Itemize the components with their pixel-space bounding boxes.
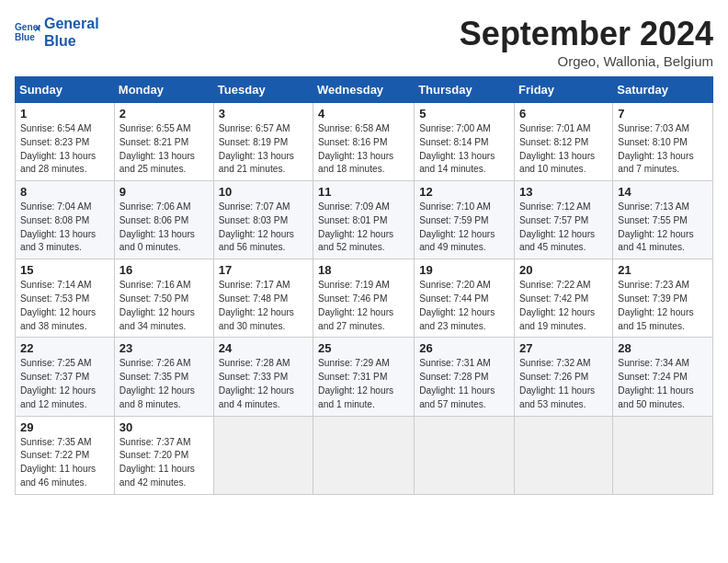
day-number: 10 [219,185,308,199]
calendar-cell: 25Sunrise: 7:29 AM Sunset: 7:31 PM Dayli… [313,338,415,416]
day-number: 20 [519,263,608,277]
day-info: Sunrise: 6:55 AM Sunset: 8:21 PM Dayligh… [119,122,209,177]
week-row-5: 29Sunrise: 7:35 AM Sunset: 7:22 PM Dayli… [16,416,713,494]
week-row-2: 8Sunrise: 7:04 AM Sunset: 8:08 PM Daylig… [16,181,713,259]
week-row-3: 15Sunrise: 7:14 AM Sunset: 7:53 PM Dayli… [16,259,713,338]
calendar-cell: 1Sunrise: 6:54 AM Sunset: 8:23 PM Daylig… [16,103,115,181]
day-info: Sunrise: 7:07 AM Sunset: 8:03 PM Dayligh… [219,201,308,255]
day-info: Sunrise: 7:19 AM Sunset: 7:46 PM Dayligh… [318,279,409,333]
day-number: 1 [20,107,109,121]
day-number: 7 [618,107,708,121]
header: General Blue General Blue September 2024… [15,15,713,69]
day-info: Sunrise: 7:23 AM Sunset: 7:39 PM Dayligh… [618,279,708,333]
calendar-cell: 18Sunrise: 7:19 AM Sunset: 7:46 PM Dayli… [313,259,415,338]
day-info: Sunrise: 7:22 AM Sunset: 7:42 PM Dayligh… [519,279,608,333]
day-info: Sunrise: 7:29 AM Sunset: 7:31 PM Dayligh… [318,357,409,411]
day-info: Sunrise: 7:17 AM Sunset: 7:48 PM Dayligh… [219,279,308,333]
calendar-cell: 8Sunrise: 7:04 AM Sunset: 8:08 PM Daylig… [16,181,115,259]
day-number: 21 [618,263,708,277]
calendar-cell: 28Sunrise: 7:34 AM Sunset: 7:24 PM Dayli… [613,338,713,416]
day-number: 27 [519,341,608,355]
day-number: 9 [119,185,209,199]
week-row-1: 1Sunrise: 6:54 AM Sunset: 8:23 PM Daylig… [16,103,713,181]
day-number: 22 [20,341,109,355]
day-number: 28 [618,341,708,355]
calendar-cell [313,416,415,494]
calendar-cell: 21Sunrise: 7:23 AM Sunset: 7:39 PM Dayli… [613,259,713,338]
calendar-cell [515,416,613,494]
weekday-header-friday: Friday [515,77,613,103]
day-number: 4 [318,107,409,121]
calendar-cell: 23Sunrise: 7:26 AM Sunset: 7:35 PM Dayli… [114,338,213,416]
day-info: Sunrise: 7:20 AM Sunset: 7:44 PM Dayligh… [419,279,509,333]
day-number: 23 [119,341,209,355]
day-number: 29 [20,420,109,434]
day-info: Sunrise: 7:10 AM Sunset: 7:59 PM Dayligh… [419,201,509,255]
day-number: 15 [20,263,109,277]
weekday-header-saturday: Saturday [613,77,713,103]
calendar-cell: 9Sunrise: 7:06 AM Sunset: 8:06 PM Daylig… [114,181,213,259]
day-info: Sunrise: 7:00 AM Sunset: 8:14 PM Dayligh… [419,122,509,177]
calendar-cell: 22Sunrise: 7:25 AM Sunset: 7:37 PM Dayli… [16,338,115,416]
calendar-cell: 15Sunrise: 7:14 AM Sunset: 7:53 PM Dayli… [16,259,115,338]
calendar-cell: 5Sunrise: 7:00 AM Sunset: 8:14 PM Daylig… [415,103,515,181]
calendar-table: SundayMondayTuesdayWednesdayThursdayFrid… [15,76,713,495]
day-info: Sunrise: 6:54 AM Sunset: 8:23 PM Dayligh… [20,122,109,177]
day-number: 6 [519,107,608,121]
calendar-cell: 14Sunrise: 7:13 AM Sunset: 7:55 PM Dayli… [613,181,713,259]
weekday-header-tuesday: Tuesday [213,77,313,103]
calendar-cell: 12Sunrise: 7:10 AM Sunset: 7:59 PM Dayli… [415,181,515,259]
weekday-header-thursday: Thursday [415,77,515,103]
day-info: Sunrise: 7:03 AM Sunset: 8:10 PM Dayligh… [618,122,708,177]
svg-text:Blue: Blue [15,33,35,43]
weekday-header-sunday: Sunday [16,77,115,103]
day-number: 16 [119,263,209,277]
day-number: 13 [519,185,608,199]
day-number: 24 [219,341,308,355]
calendar-cell: 4Sunrise: 6:58 AM Sunset: 8:16 PM Daylig… [313,103,415,181]
day-info: Sunrise: 7:34 AM Sunset: 7:24 PM Dayligh… [618,357,708,411]
day-info: Sunrise: 7:14 AM Sunset: 7:53 PM Dayligh… [20,279,109,333]
calendar-cell [613,416,713,494]
day-number: 26 [419,341,509,355]
day-number: 30 [119,420,209,434]
calendar-cell [213,416,313,494]
month-title: September 2024 [460,15,713,53]
day-info: Sunrise: 7:31 AM Sunset: 7:28 PM Dayligh… [419,357,509,411]
day-info: Sunrise: 7:16 AM Sunset: 7:50 PM Dayligh… [119,279,209,333]
logo-icon: General Blue [15,19,40,45]
day-number: 25 [318,341,409,355]
location-title: Orgeo, Wallonia, Belgium [460,53,713,69]
day-info: Sunrise: 6:58 AM Sunset: 8:16 PM Dayligh… [318,122,409,177]
calendar-cell: 24Sunrise: 7:28 AM Sunset: 7:33 PM Dayli… [213,338,313,416]
day-number: 11 [318,185,409,199]
day-info: Sunrise: 7:04 AM Sunset: 8:08 PM Dayligh… [20,201,109,255]
calendar-cell: 3Sunrise: 6:57 AM Sunset: 8:19 PM Daylig… [213,103,313,181]
calendar-cell: 16Sunrise: 7:16 AM Sunset: 7:50 PM Dayli… [114,259,213,338]
day-number: 5 [419,107,509,121]
day-info: Sunrise: 7:35 AM Sunset: 7:22 PM Dayligh… [20,436,109,490]
day-info: Sunrise: 7:12 AM Sunset: 7:57 PM Dayligh… [519,201,608,255]
title-block: September 2024 Orgeo, Wallonia, Belgium [460,15,713,69]
day-number: 17 [219,263,308,277]
day-number: 12 [419,185,509,199]
weekday-header-wednesday: Wednesday [313,77,415,103]
calendar-cell: 11Sunrise: 7:09 AM Sunset: 8:01 PM Dayli… [313,181,415,259]
calendar-cell: 29Sunrise: 7:35 AM Sunset: 7:22 PM Dayli… [16,416,115,494]
day-info: Sunrise: 7:06 AM Sunset: 8:06 PM Dayligh… [119,201,209,255]
calendar-cell: 7Sunrise: 7:03 AM Sunset: 8:10 PM Daylig… [613,103,713,181]
day-info: Sunrise: 7:01 AM Sunset: 8:12 PM Dayligh… [519,122,608,177]
calendar-cell: 2Sunrise: 6:55 AM Sunset: 8:21 PM Daylig… [114,103,213,181]
day-info: Sunrise: 7:32 AM Sunset: 7:26 PM Dayligh… [519,357,608,411]
week-row-4: 22Sunrise: 7:25 AM Sunset: 7:37 PM Dayli… [16,338,713,416]
calendar-cell: 19Sunrise: 7:20 AM Sunset: 7:44 PM Dayli… [415,259,515,338]
logo-blue: Blue [44,32,99,50]
logo-general: General [44,15,99,32]
calendar-cell: 26Sunrise: 7:31 AM Sunset: 7:28 PM Dayli… [415,338,515,416]
day-number: 19 [419,263,509,277]
day-number: 3 [219,107,308,121]
calendar-cell: 27Sunrise: 7:32 AM Sunset: 7:26 PM Dayli… [515,338,613,416]
svg-text:General: General [15,23,40,33]
weekday-header-monday: Monday [114,77,213,103]
calendar-cell: 10Sunrise: 7:07 AM Sunset: 8:03 PM Dayli… [213,181,313,259]
